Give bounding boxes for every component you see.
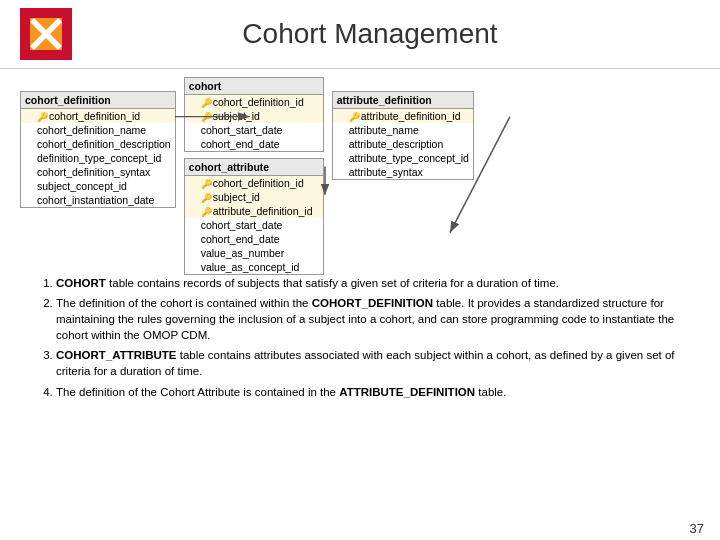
cohort-table: cohort 🔑cohort_definition_id 🔑subject_id… xyxy=(184,77,324,152)
bullet-1-bold: COHORT xyxy=(56,277,106,289)
tbl-row: subject_concept_id xyxy=(21,179,175,193)
tbl-row: value_as_number xyxy=(185,246,323,260)
tbl-row: 🔑attribute_definition_id xyxy=(185,204,323,218)
tbl-row: 🔑subject_id xyxy=(185,109,323,123)
bullet-4-text-a: The definition of the Cohort Attribute i… xyxy=(56,386,339,398)
tbl-row: cohort_start_date xyxy=(185,123,323,137)
tbl-row: cohort_end_date xyxy=(185,137,323,151)
attribute-definition-header: attribute_definition xyxy=(333,92,473,109)
pk-icon: 🔑 xyxy=(201,207,211,217)
pk-icon: 🔑 xyxy=(37,112,47,122)
pk-icon: 🔑 xyxy=(201,193,211,203)
bullet-item-2: The definition of the cohort is containe… xyxy=(56,295,684,343)
bullet-1-text: table contains records of subjects that … xyxy=(106,277,559,289)
tbl-row: 🔑cohort_definition_id xyxy=(185,95,323,109)
page-number: 37 xyxy=(690,521,704,536)
bullet-4-text-b: table. xyxy=(475,386,506,398)
bullet-2-text-a: The definition of the cohort is containe… xyxy=(56,297,312,309)
cohort-definition-header: cohort_definition xyxy=(21,92,175,109)
bullet-3-bold: COHORT_ATTRIBUTE xyxy=(56,349,177,361)
bullet-item-4: The definition of the Cohort Attribute i… xyxy=(56,384,684,400)
pk-icon: 🔑 xyxy=(349,112,359,122)
tbl-row: 🔑subject_id xyxy=(185,190,323,204)
bullet-item-1: COHORT table contains records of subject… xyxy=(56,275,684,291)
bullet-item-3: COHORT_ATTRIBUTE table contains attribut… xyxy=(56,347,684,379)
page-title: Cohort Management xyxy=(92,18,648,50)
pk-icon: 🔑 xyxy=(201,179,211,189)
bullet-list: COHORT table contains records of subject… xyxy=(36,275,684,400)
pk-icon: 🔑 xyxy=(201,98,211,108)
bullet-2-bold: COHORT_DEFINITION xyxy=(312,297,433,309)
middle-col: cohort 🔑cohort_definition_id 🔑subject_id… xyxy=(184,77,324,275)
cohort-attribute-header: cohort_attribute xyxy=(185,159,323,176)
cohort-definition-table: cohort_definition 🔑cohort_definition_id … xyxy=(20,91,176,208)
tbl-row: cohort_definition_description xyxy=(21,137,175,151)
tbl-row: cohort_definition_name xyxy=(21,123,175,137)
tbl-row: definition_type_concept_id xyxy=(21,151,175,165)
tbl-row: cohort_definition_syntax xyxy=(21,165,175,179)
tbl-row: 🔑attribute_definition_id xyxy=(333,109,473,123)
tables-row: cohort_definition 🔑cohort_definition_id … xyxy=(20,77,700,275)
attribute-definition-table: attribute_definition 🔑attribute_definiti… xyxy=(332,91,474,180)
diagram-wrapper: cohort_definition 🔑cohort_definition_id … xyxy=(20,77,700,275)
tbl-row: value_as_concept_id xyxy=(185,260,323,274)
header: Cohort Management xyxy=(0,0,720,69)
tbl-row: 🔑cohort_definition_id xyxy=(185,176,323,190)
cohort-attribute-table: cohort_attribute 🔑cohort_definition_id 🔑… xyxy=(184,158,324,275)
tbl-row: cohort_start_date xyxy=(185,218,323,232)
logo xyxy=(20,8,72,60)
tbl-row: attribute_description xyxy=(333,137,473,151)
cohort-header: cohort xyxy=(185,78,323,95)
tbl-row: attribute_name xyxy=(333,123,473,137)
tbl-row: 🔑cohort_definition_id xyxy=(21,109,175,123)
tbl-row: attribute_type_concept_id xyxy=(333,151,473,165)
tbl-row: attribute_syntax xyxy=(333,165,473,179)
main-content: cohort_definition 🔑cohort_definition_id … xyxy=(0,69,720,408)
bullets-section: COHORT table contains records of subject… xyxy=(16,275,704,404)
bullet-4-bold: ATTRIBUTE_DEFINITION xyxy=(339,386,475,398)
tbl-row: cohort_instantiation_date xyxy=(21,193,175,207)
pk-icon: 🔑 xyxy=(201,112,211,122)
tbl-row: cohort_end_date xyxy=(185,232,323,246)
